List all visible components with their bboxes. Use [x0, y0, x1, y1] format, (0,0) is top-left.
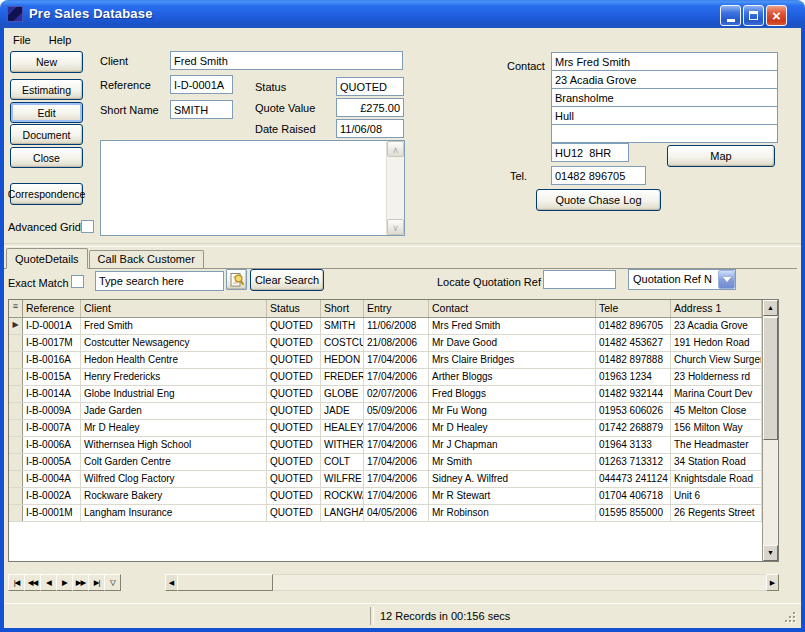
cell-client: Henry Fredericks	[81, 369, 267, 385]
column-header-status[interactable]: Status	[267, 300, 321, 317]
table-row[interactable]: I-B-0007AMr D HealeyQUOTEDHEALEY17/04/20…	[9, 420, 778, 437]
column-header-reference[interactable]: Reference	[23, 300, 81, 317]
table-row[interactable]: ▶I-D-0001AFred SmithQUOTEDSMITH11/06/200…	[9, 318, 778, 335]
scroll-down-icon[interactable]: ▼	[763, 545, 778, 561]
cell-address-1: Knightsdale Road	[671, 471, 762, 487]
tel-label: Tel.	[510, 170, 527, 182]
notes-field[interactable]: ∧ ∨	[100, 140, 405, 236]
tab-quotedetails[interactable]: QuoteDetails	[6, 248, 88, 269]
cell-short: COLT	[321, 454, 364, 470]
column-header-address-1[interactable]: Address 1	[671, 300, 762, 317]
grid-hscroll-thumb[interactable]	[177, 574, 273, 591]
sidebar-button-new[interactable]: New	[10, 51, 83, 73]
close-button[interactable]: ×	[766, 5, 787, 26]
cell-status: QUOTED	[267, 352, 321, 368]
sidebar-button-edit[interactable]: Edit	[10, 102, 83, 123]
clear-search-button[interactable]: Clear Search	[250, 269, 324, 291]
resize-grip[interactable]	[784, 611, 797, 624]
nav-filter-button[interactable]: ▽	[104, 574, 121, 591]
nav-fast-forward-button[interactable]: ▶▶	[72, 574, 89, 591]
contact-line-3[interactable]	[551, 88, 778, 107]
column-header-short[interactable]: Short	[321, 300, 364, 317]
scroll-right-icon[interactable]: ▶	[766, 574, 779, 591]
table-row[interactable]: I-B-0006AWithernsea High SchoolQUOTEDWIT…	[9, 437, 778, 454]
menu-file[interactable]: File	[4, 33, 40, 47]
row-indicator	[9, 352, 23, 368]
column-header-tele[interactable]: Tele	[596, 300, 671, 317]
contact-line-4[interactable]	[551, 106, 778, 125]
cell-entry: 17/04/2006	[364, 471, 429, 487]
locate-input[interactable]	[543, 270, 616, 289]
contact-line-1[interactable]	[551, 52, 778, 71]
tab-call-back-customer[interactable]: Call Back Customer	[89, 250, 204, 268]
cell-contact: Fred Bloggs	[429, 386, 596, 402]
scroll-up-icon[interactable]: ▲	[763, 300, 778, 316]
short-name-field[interactable]	[170, 100, 233, 119]
notes-scrollbar[interactable]: ∧ ∨	[386, 141, 404, 235]
cell-tele: 01964 3133	[596, 437, 671, 453]
cell-address-1: 23 Holderness rd	[671, 369, 762, 385]
column-header-entry[interactable]: Entry	[364, 300, 429, 317]
map-button[interactable]: Map	[667, 145, 775, 167]
minimize-button[interactable]	[720, 5, 741, 26]
cell-contact: Mr J Chapman	[429, 437, 596, 453]
quote-value-field[interactable]	[336, 98, 404, 117]
scroll-up-icon[interactable]: ∧	[387, 141, 404, 157]
sidebar-button-correspondence[interactable]: Correspondence	[10, 183, 83, 205]
exact-match-checkbox[interactable]	[71, 275, 84, 288]
reference-field[interactable]	[170, 75, 233, 94]
search-button[interactable]	[226, 269, 247, 290]
cell-contact: Arther Bloggs	[429, 369, 596, 385]
cell-contact: Mrs Claire Bridges	[429, 352, 596, 368]
postcode-field[interactable]	[551, 143, 629, 162]
table-row[interactable]: I-B-0005AColt Garden CentreQUOTEDCOLT17/…	[9, 454, 778, 471]
nav-first-button[interactable]: |◀	[8, 574, 25, 591]
cell-reference: I-B-0015A	[23, 369, 81, 385]
sidebar-button-document[interactable]: Document	[10, 124, 83, 145]
quote-value-label: Quote Value	[255, 102, 315, 114]
tel-field[interactable]	[551, 166, 646, 185]
menu-bar: FileHelp	[4, 28, 801, 47]
advanced-grid-checkbox[interactable]	[81, 220, 94, 233]
cell-status: QUOTED	[267, 471, 321, 487]
search-doc-icon	[229, 272, 245, 288]
table-row[interactable]: I-B-0004AWilfred Clog FactoryQUOTEDWILFR…	[9, 471, 778, 488]
sort-field-dropdown[interactable]: Quotation Ref N	[628, 269, 736, 290]
nav-prev-button[interactable]: ◀	[40, 574, 57, 591]
table-row[interactable]: I-B-0015AHenry FredericksQUOTEDFREDER17/…	[9, 369, 778, 386]
cell-contact: Mr Fu Wong	[429, 403, 596, 419]
column-header-client[interactable]: Client	[81, 300, 267, 317]
grid-vscroll-thumb[interactable]	[763, 317, 778, 440]
table-row[interactable]: I-B-0002ARockware BakeryQUOTEDROCKWA17/0…	[9, 488, 778, 505]
nav-fast-rewind-button[interactable]: ◀◀	[24, 574, 41, 591]
table-row[interactable]: I-B-0016AHedon Health CentreQUOTEDHEDON1…	[9, 352, 778, 369]
table-row[interactable]: I-B-0001MLangham InsuranceQUOTEDLANGHA04…	[9, 505, 778, 522]
maximize-button[interactable]	[743, 5, 764, 26]
contact-line-5[interactable]	[551, 124, 778, 143]
sidebar-button-close[interactable]: Close	[10, 147, 83, 168]
menu-help[interactable]: Help	[40, 33, 81, 47]
quote-chase-log-button[interactable]: Quote Chase Log	[536, 189, 661, 211]
cell-client: Costcutter Newsagency	[81, 335, 267, 351]
table-row[interactable]: I-B-0009AJade GardenQUOTEDJADE05/09/2006…	[9, 403, 778, 420]
scroll-down-icon[interactable]: ∨	[387, 219, 404, 235]
sidebar-button-estimating[interactable]: Estimating	[10, 79, 83, 100]
nav-last-button[interactable]: ▶|	[88, 574, 105, 591]
cell-client: Colt Garden Centre	[81, 454, 267, 470]
date-raised-field[interactable]	[336, 119, 404, 138]
dropdown-arrow-icon[interactable]	[718, 270, 735, 289]
table-row[interactable]: I-B-0014AGlobe Industrial EngQUOTEDGLOBE…	[9, 386, 778, 403]
column-header-contact[interactable]: Contact	[429, 300, 596, 317]
cell-address-1: Church View Surgery	[671, 352, 762, 368]
grid-vertical-scrollbar[interactable]: ▲ ▼	[762, 300, 778, 561]
table-row[interactable]: I-B-0017MCostcutter NewsagencyQUOTEDCOST…	[9, 335, 778, 352]
status-field[interactable]	[336, 77, 404, 96]
nav-next-button[interactable]: ▶	[56, 574, 73, 591]
reference-label: Reference	[100, 79, 151, 91]
contact-line-2[interactable]	[551, 70, 778, 89]
client-field[interactable]	[170, 51, 403, 70]
cell-short: FREDER	[321, 369, 364, 385]
search-input[interactable]	[95, 271, 224, 291]
record-count-status: 12 Records in 00:156 secs	[380, 610, 510, 622]
titlebar[interactable]: Pre Sales Database ×	[0, 0, 805, 28]
